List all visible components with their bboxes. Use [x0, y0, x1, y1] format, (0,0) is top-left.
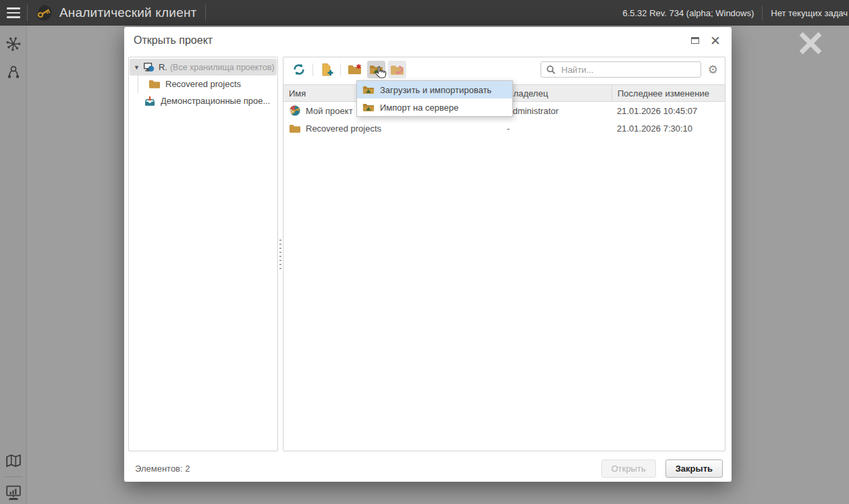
project-icon [289, 105, 301, 117]
sidebar-divider [5, 476, 22, 477]
tree-item-label: Recovered projects [165, 79, 241, 89]
menu-item-label: Загрузить и импортировать [380, 85, 491, 95]
column-header-modified[interactable]: Последнее изменение [611, 85, 725, 101]
topbar-divider [205, 5, 206, 21]
hub-icon[interactable] [5, 35, 22, 53]
storage-tree-panel: ▼ R. (Все хранилища проектов) Recovered … [128, 57, 278, 451]
new-project-button[interactable] [318, 61, 335, 78]
settings-icon[interactable]: ⚙ [708, 64, 718, 76]
splitter-grip-icon [279, 240, 281, 269]
overlay-close-icon[interactable] [795, 28, 826, 59]
dialog-footer: Элементов: 2 Открыть Закрыть [124, 455, 732, 482]
column-header-owner[interactable]: Владелец [501, 85, 611, 101]
import-dropdown-menu: Загрузить и импортировать Импорт на серв… [356, 80, 513, 117]
close-button[interactable]: Закрыть [665, 459, 723, 478]
load-import-icon [362, 103, 375, 113]
tree-guide-line [138, 76, 148, 92]
tree-item-label: Демонстрационные прое... [161, 96, 270, 106]
tree-item-recovered-projects[interactable]: Recovered projects [129, 76, 277, 92]
import-menu-button[interactable] [367, 61, 385, 78]
new-folder-button[interactable] [346, 61, 364, 78]
tree-item-demo-projects[interactable]: Демонстрационные прое... [129, 92, 277, 109]
monitor-chart-icon[interactable] [5, 484, 22, 501]
refresh-icon [292, 63, 306, 76]
tree-item-all-storages[interactable]: ▼ R. (Все хранилища проектов) [130, 59, 277, 76]
open-project-dialog: Открыть проект ✕ ▼ R. (Все хранилища про… [124, 27, 732, 482]
storage-icon [143, 62, 155, 72]
chevron-down-icon[interactable]: ▼ [134, 64, 140, 71]
topbar-divider [27, 5, 28, 21]
row-owner: - [501, 123, 611, 134]
close-icon[interactable]: ✕ [710, 34, 721, 47]
tree-root-label: R. [159, 62, 167, 72]
folder-icon [148, 79, 161, 89]
row-modified: 21.01.2026 7:30:10 [611, 123, 725, 134]
search-icon [546, 65, 556, 75]
load-import-icon [362, 85, 375, 95]
panel-splitter[interactable] [278, 57, 283, 451]
row-owner: Administrator [501, 106, 611, 116]
menu-item-label: Импорт на сервере [380, 103, 459, 113]
topbar-divider [762, 5, 763, 20]
new-folder-icon [348, 63, 362, 76]
folder-icon [289, 123, 301, 134]
new-project-icon [320, 63, 333, 76]
dialog-title: Открыть проект [134, 34, 213, 47]
refresh-button[interactable] [290, 61, 308, 78]
menu-icon[interactable] [0, 0, 27, 26]
search-input[interactable] [560, 64, 696, 76]
menu-item-load-import[interactable]: Загрузить и импортировать [357, 81, 512, 99]
tree-root-hint: (Все хранилища проектов) [170, 63, 275, 72]
left-sidebar [0, 26, 27, 504]
row-modified: 21.01.2026 10:45:07 [611, 106, 725, 116]
maximize-icon[interactable] [691, 37, 699, 44]
toolbar-divider [340, 63, 341, 76]
version-label: 6.5.32 Rev. 734 (alpha; Windows) [622, 8, 754, 18]
app-title: Аналитический клиент [59, 5, 197, 20]
list-toolbar: ⚙ [283, 57, 725, 82]
menu-item-server-import[interactable]: Импорт на сервере [357, 99, 512, 116]
map-icon[interactable] [5, 452, 22, 470]
dialog-titlebar: Открыть проект ✕ [124, 27, 732, 54]
row-name: Мой проект [306, 106, 353, 116]
items-count-label: Элементов: 2 [135, 464, 190, 474]
top-bar: Аналитический клиент 6.5.32 Rev. 734 (al… [0, 0, 849, 26]
search-field[interactable] [541, 61, 701, 78]
hierarchy-icon[interactable] [5, 63, 22, 81]
row-name: Recovered projects [306, 123, 381, 134]
open-button[interactable]: Открыть [601, 459, 656, 478]
table-row[interactable]: Recovered projects - 21.01.2026 7:30:10 [283, 119, 725, 137]
toolbar-divider [312, 63, 313, 76]
load-import-icon [369, 64, 383, 76]
server-import-button[interactable] [388, 61, 406, 78]
demo-projects-icon [144, 96, 156, 107]
server-import-icon [390, 64, 404, 76]
tasks-status: Нет текущих задач [771, 8, 849, 18]
logo-icon [34, 3, 54, 23]
